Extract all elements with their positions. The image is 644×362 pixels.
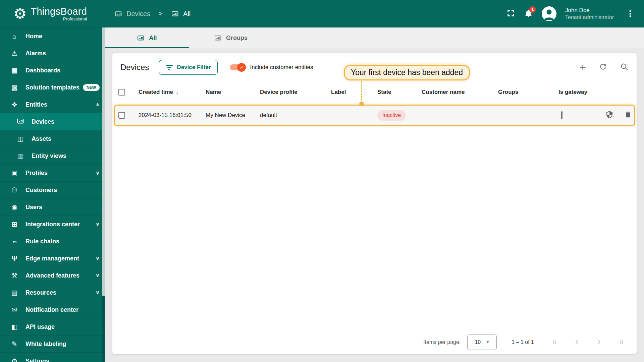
column-header-groups[interactable]: Groups [498, 89, 558, 96]
app-logo[interactable]: ⚙ ThingsBoard Professional [0, 0, 105, 27]
devices-icon [114, 10, 122, 18]
column-header-created-time[interactable]: Created time ↓ [135, 89, 206, 96]
fullscreen-icon[interactable] [506, 9, 515, 19]
sidebar-item-notification-center[interactable]: ✉ Notification center [0, 301, 105, 318]
previous-page-button[interactable] [571, 336, 583, 348]
devices-icon [16, 117, 25, 127]
select-all-checkbox[interactable] [118, 89, 125, 96]
sidebar-item-users[interactable]: ◉ Users [0, 198, 105, 216]
sidebar-item-resources[interactable]: ▤ Resources ∨ [0, 284, 105, 301]
sidebar-item-label: White labeling [25, 341, 66, 348]
delete-trash-icon[interactable] [624, 111, 632, 120]
sidebar-item-dashboards[interactable]: ▦ Dashboards [0, 62, 105, 79]
sidebar-item-devices[interactable]: Devices [0, 113, 105, 130]
is-gateway-checkbox[interactable] [561, 111, 562, 119]
select-caret-icon: ▼ [486, 340, 489, 344]
page-size-select[interactable]: 10 ▼ [467, 335, 497, 350]
toggle-check-icon: ✓ [237, 63, 246, 72]
breadcrumb-devices[interactable]: Devices [114, 10, 150, 18]
search-button[interactable] [620, 63, 629, 72]
tab-all[interactable]: All [105, 27, 189, 48]
next-page-button[interactable] [593, 336, 605, 348]
pagination-bar: Items per page: 10 ▼ 1 – 1 of 1 [112, 330, 637, 354]
new-badge: NEW [83, 84, 100, 91]
sidebar: ⚙ ThingsBoard Professional ⌂ Home ⚠ Alar… [0, 0, 105, 362]
sidebar-item-label: Profiles [25, 170, 48, 177]
sidebar-item-entities[interactable]: ❖ Entities ∧ [0, 96, 105, 113]
sidebar-item-entity-views[interactable]: ▥ Entity views [0, 147, 105, 164]
sidebar-item-rule-chains[interactable]: ‹·› Rule chains [0, 233, 105, 250]
table-header-row: Created time ↓ Name Device profile Label… [112, 82, 637, 102]
column-header-is-gateway[interactable]: Is gateway [558, 89, 605, 96]
resources-folder-icon: ▤ [10, 289, 19, 297]
toggle-label: Include customer entities [250, 64, 313, 71]
tab-groups[interactable]: Groups [189, 27, 273, 48]
integrations-icon: ⊞ [10, 220, 19, 228]
row-checkbox[interactable] [118, 112, 125, 119]
sidebar-item-advanced-features[interactable]: ⚒ Advanced features ∨ [0, 267, 105, 284]
sidebar-item-api-usage[interactable]: ◧ API usage [0, 318, 105, 335]
column-header-customer-name[interactable]: Customer name [422, 89, 498, 96]
device-filter-button[interactable]: Device Filter [159, 60, 218, 75]
chevron-down-icon: ∨ [96, 170, 100, 176]
sidebar-item-edge-management[interactable]: Ψ Edge management ∨ [0, 250, 105, 267]
sidebar-item-home[interactable]: ⌂ Home [0, 27, 105, 45]
tooltip-connector-line [361, 81, 362, 104]
include-customer-entities-toggle[interactable]: ✓ [230, 63, 246, 72]
sidebar-item-profiles[interactable]: ▣ Profiles ∨ [0, 164, 105, 181]
user-info[interactable]: John Doe Tenant administrator [565, 7, 614, 20]
page-title: Devices [120, 63, 149, 72]
sidebar-item-assets[interactable]: ◫ Assets [0, 130, 105, 147]
notifications-bell-icon[interactable]: 1 [524, 9, 533, 19]
sidebar-item-label: Users [25, 204, 42, 211]
sidebar-item-label: Entities [25, 101, 47, 108]
settings-gear-icon: ⚙ [10, 357, 19, 362]
sidebar-item-label: Notification center [25, 306, 78, 313]
sidebar-item-integrations-center[interactable]: ⊞ Integrations center ∨ [0, 216, 105, 233]
column-header-device-profile[interactable]: Device profile [260, 89, 331, 96]
sidebar-item-label: Edge management [25, 255, 79, 262]
content-area: Your first device has been added Devices… [105, 48, 644, 362]
breadcrumb-all[interactable]: All [171, 10, 191, 18]
edge-management-icon: Ψ [10, 255, 19, 262]
first-page-button[interactable] [549, 336, 561, 348]
column-header-state[interactable]: State [377, 89, 422, 96]
cell-device-profile: default [260, 112, 331, 119]
add-device-button[interactable]: + [580, 62, 586, 73]
solution-templates-icon: ▩ [10, 83, 19, 92]
sidebar-item-solution-templates[interactable]: ▩ Solution templates NEW [0, 79, 105, 96]
sidebar-item-label: Devices [32, 118, 54, 125]
sidebar-item-label: Advanced features [25, 272, 79, 279]
chevron-down-icon: ∨ [96, 255, 100, 261]
user-name: John Doe [565, 7, 614, 14]
manage-credentials-shield-icon[interactable] [605, 111, 613, 120]
sidebar-item-white-labeling[interactable]: ✎ White labeling [0, 335, 105, 352]
refresh-button[interactable] [599, 62, 607, 72]
sidebar-item-label: Settings [25, 358, 49, 362]
devices-icon [214, 34, 222, 42]
kebab-menu-icon[interactable]: ⋮ [626, 9, 635, 19]
sidebar-item-settings[interactable]: ⚙ Settings [0, 352, 105, 362]
app-edition: Professional [31, 16, 87, 21]
sidebar-item-label: Rule chains [25, 238, 59, 245]
column-header-label[interactable]: Label [331, 89, 377, 96]
notification-center-icon: ✉ [10, 306, 19, 314]
sidebar-item-alarms[interactable]: ⚠ Alarms [0, 45, 105, 62]
avatar[interactable] [542, 6, 556, 21]
page-range-label: 1 – 1 of 1 [512, 339, 534, 345]
breadcrumb: Devices > All [114, 10, 191, 18]
sidebar-item-customers[interactable]: ⚇ Customers [0, 181, 105, 198]
sidebar-scrollbar-thumb[interactable] [102, 27, 105, 296]
devices-icon [137, 34, 145, 42]
user-role: Tenant administrator [565, 14, 614, 20]
cell-created-time: 2024-03-15 18:01:50 [135, 112, 206, 119]
dashboards-icon: ▦ [10, 66, 19, 74]
home-icon: ⌂ [10, 33, 19, 40]
white-labeling-icon: ✎ [10, 340, 19, 348]
sidebar-item-label: Assets [32, 135, 51, 142]
last-page-button[interactable] [615, 336, 627, 348]
notification-count-badge: 1 [529, 6, 536, 13]
sidebar-item-label: Home [25, 33, 42, 40]
table-row[interactable]: 2024-03-15 18:01:50 My New Device defaul… [114, 105, 635, 126]
column-header-name[interactable]: Name [206, 89, 260, 96]
